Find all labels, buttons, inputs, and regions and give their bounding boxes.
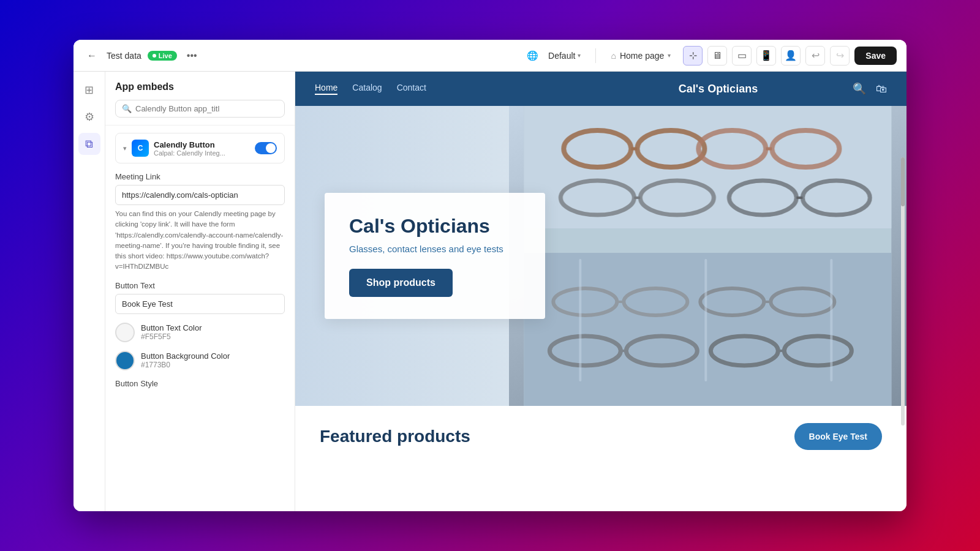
embed-item-calendly: ▾ C Calendly Button Calpal: Calendly Int…	[115, 133, 285, 163]
shopify-preview: Home Catalog Contact Cal's Opticians 🔍 🛍	[295, 72, 907, 511]
hero-section: Cal's Opticians Glasses, contact lenses …	[295, 106, 907, 406]
mobile-view-button[interactable]: 📱	[756, 46, 776, 66]
preview-area: Home Catalog Contact Cal's Opticians 🔍 🛍	[295, 72, 907, 511]
meeting-link-hint: You can find this on your Calendly meeti…	[115, 209, 285, 272]
nav-link-contact[interactable]: Contact	[397, 83, 426, 95]
cursor-icon: ⊹	[689, 50, 697, 61]
cursor-tool-button[interactable]: ⊹	[683, 46, 703, 66]
store-search-icon[interactable]: 🔍	[853, 82, 866, 96]
top-bar-right: ⊹ 🖥 ▭ 📱 👤 ↩ ↪ Save	[683, 46, 897, 66]
sidebar-title: App embeds	[115, 81, 285, 92]
search-box[interactable]: 🔍	[115, 100, 285, 118]
default-select[interactable]: Default ▾	[543, 48, 586, 63]
tablet-icon: ▭	[737, 50, 747, 61]
nav-link-home[interactable]: Home	[315, 83, 337, 95]
store-nav-icons: 🔍 🛍	[853, 82, 887, 96]
tablet-view-button[interactable]: ▭	[732, 46, 752, 66]
button-bg-color-row: Button Background Color #1773B0	[115, 351, 285, 370]
glasses-svg	[509, 106, 907, 406]
button-text-label: Button Text	[115, 281, 285, 290]
top-bar-left: ← Test data Live •••	[83, 47, 519, 64]
divider	[595, 48, 596, 63]
glasses-display	[509, 106, 907, 406]
save-button[interactable]: Save	[854, 47, 897, 65]
undo-icon: ↩	[812, 50, 820, 61]
person-button[interactable]: 👤	[781, 46, 801, 66]
sidebar-content: ▾ C Calendly Button Calpal: Calendly Int…	[105, 126, 295, 511]
embed-icon: C	[132, 140, 149, 157]
top-bar-center: 🌐 Default ▾ ⌂ Home page ▾	[527, 48, 676, 63]
svg-rect-29	[831, 259, 833, 381]
search-icon: 🔍	[122, 104, 132, 113]
embed-info: Calendly Button Calpal: Calendly Integ..…	[154, 140, 250, 157]
shop-products-button[interactable]: Shop products	[349, 269, 453, 297]
redo-icon: ↪	[836, 50, 844, 61]
svg-rect-1	[524, 106, 892, 228]
test-data-label: Test data	[107, 51, 141, 61]
left-nav: ⊞ ⚙ ⧉	[74, 72, 105, 511]
svg-rect-27	[579, 259, 582, 381]
store-nav: Home Catalog Contact Cal's Opticians 🔍 🛍	[295, 72, 907, 106]
person-icon: 👤	[785, 50, 797, 61]
back-button[interactable]: ←	[83, 47, 100, 64]
featured-title: Featured products	[320, 427, 470, 446]
store-cart-icon[interactable]: 🛍	[876, 83, 887, 96]
store-nav-links: Home Catalog Contact	[315, 83, 584, 95]
search-input[interactable]	[135, 104, 278, 113]
meeting-link-label: Meeting Link	[115, 172, 285, 181]
meeting-link-input[interactable]	[115, 185, 285, 205]
button-text-color-swatch[interactable]	[115, 323, 135, 342]
chevron-down-icon: ▾	[578, 52, 581, 59]
button-style-label: Button Style	[115, 379, 285, 388]
nav-icon-settings[interactable]: ⚙	[78, 106, 100, 128]
desktop-view-button[interactable]: 🖥	[707, 46, 727, 66]
scroll-track	[901, 157, 905, 425]
home-page-select[interactable]: ⌂ Home page ▾	[606, 48, 676, 63]
undo-button[interactable]: ↩	[805, 46, 825, 66]
button-text-color-row: Button Text Color #F5F5F5	[115, 323, 285, 342]
mobile-icon: 📱	[760, 50, 772, 61]
button-bg-color-label: Button Background Color	[141, 351, 230, 361]
nav-icon-apps[interactable]: ⧉	[78, 133, 100, 155]
live-badge: Live	[148, 51, 177, 61]
embed-item-header: ▾ C Calendly Button Calpal: Calendly Int…	[123, 140, 277, 157]
store-name: Cal's Opticians	[584, 83, 853, 96]
nav-link-catalog[interactable]: Catalog	[352, 83, 382, 95]
redo-button[interactable]: ↪	[830, 46, 850, 66]
top-bar: ← Test data Live ••• 🌐 Default ▾ ⌂ Home …	[74, 40, 907, 72]
globe-icon: 🌐	[527, 50, 538, 61]
button-bg-color-swatch[interactable]	[115, 351, 135, 370]
house-icon: ⌂	[611, 51, 616, 61]
button-text-input[interactable]	[115, 294, 285, 314]
button-text-color-label: Button Text Color	[141, 323, 202, 332]
book-eye-test-button[interactable]: Book Eye Test	[794, 423, 882, 450]
button-text-color-hex: #F5F5F5	[141, 332, 202, 341]
hero-subtitle: Glasses, contact lenses and eye tests	[349, 244, 521, 254]
embed-subtitle: Calpal: Calendly Integ...	[154, 149, 250, 157]
hero-title: Cal's Opticians	[349, 215, 521, 238]
body-row: ⊞ ⚙ ⧉ App embeds 🔍 ▾ C	[74, 72, 907, 511]
embed-name: Calendly Button	[154, 140, 250, 149]
chevron-down-icon: ▾	[668, 52, 671, 59]
nav-icon-grid[interactable]: ⊞	[78, 79, 100, 101]
more-button[interactable]: •••	[183, 48, 201, 64]
desktop-icon: 🖥	[712, 50, 722, 61]
hero-card: Cal's Opticians Glasses, contact lenses …	[325, 193, 545, 319]
live-dot	[153, 54, 156, 58]
sidebar-panel: App embeds 🔍 ▾ C Calendly Button Calpal:…	[105, 72, 295, 511]
sidebar-header: App embeds 🔍	[105, 72, 295, 126]
button-bg-color-hex: #1773B0	[141, 361, 230, 369]
featured-section: Featured products Book Eye Test	[295, 406, 907, 462]
scroll-thumb[interactable]	[901, 157, 905, 206]
collapse-button[interactable]: ▾	[123, 144, 127, 152]
svg-rect-28	[705, 259, 707, 381]
embed-toggle[interactable]	[255, 142, 277, 154]
